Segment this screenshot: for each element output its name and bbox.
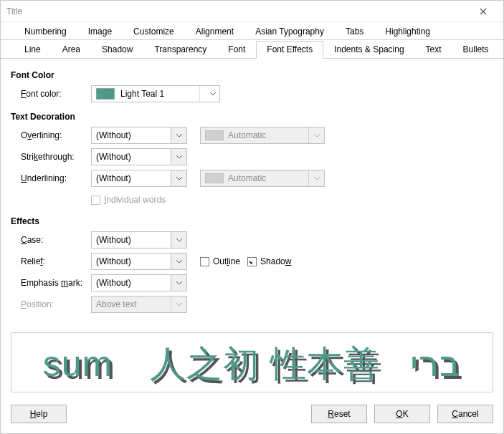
overlining-color-dropdown: Automatic [200,127,325,144]
close-icon[interactable] [469,1,498,22]
preview-text-rtl: ברי [410,343,461,385]
chevron-down-icon [171,254,186,269]
label-position: Position: [11,299,91,309]
chevron-down-icon [171,149,186,165]
tab-line[interactable]: Line [14,41,52,59]
tab-transparency[interactable]: Transparency [143,41,217,59]
underlining-dropdown[interactable]: (Without) [91,170,187,187]
tab-numbering[interactable]: Numbering [14,23,77,40]
font-color-value: Light Teal 1 [115,89,199,99]
label-emphasis: Emphasis mark: [11,278,91,288]
case-dropdown[interactable]: (Without) [91,231,187,249]
overlining-value: (Without) [92,130,171,140]
tab-image[interactable]: Image [77,23,123,40]
tab-customize[interactable]: Customize [123,23,185,40]
reset-button[interactable]: Reset [311,405,367,423]
tab-indents-spacing[interactable]: Indents & Spacing [323,41,414,59]
tab-font[interactable]: Font [217,41,256,59]
underlining-color-dropdown: Automatic [200,170,325,187]
tab-row-2: Line Area Shadow Transparency Font Font … [1,40,503,59]
titlebar: Title [1,1,503,22]
overlining-color-value: Automatic [224,130,308,140]
underlining-value: (Without) [92,173,171,183]
relief-value: (Without) [92,256,171,266]
tab-highlighting[interactable]: Highlighting [374,23,441,40]
preview-text-latin: sum [43,343,113,385]
color-swatch-disabled [205,130,224,140]
tab-font-effects[interactable]: Font Effects [256,41,323,59]
section-effects: Effects [11,216,493,226]
tab-row-1: Numbering Image Customize Alignment Asia… [1,22,503,40]
label-overlining: Overlining: [11,130,91,140]
chevron-down-icon [171,127,186,143]
emphasis-value: (Without) [92,278,171,288]
chevron-down-icon [206,86,219,102]
preview-panel: sum 人之初 性本善 ברי [11,332,493,392]
window-title: Title [6,6,469,16]
label-underlining: Underlining: [11,173,91,183]
label-font-color: Font color: [11,89,91,99]
ok-button[interactable]: OK [374,405,430,423]
tab-text[interactable]: Text [415,41,452,59]
emphasis-dropdown[interactable]: (Without) [91,274,187,291]
tab-bullets[interactable]: Bullets [452,41,500,59]
tab-area[interactable]: Area [52,41,91,59]
position-dropdown: Above text [91,296,187,313]
individual-words-checkbox: Individual words [91,195,166,205]
chevron-down-icon [171,232,186,248]
chevron-down-icon [171,275,186,291]
color-swatch-disabled [205,173,224,183]
cancel-button[interactable]: Cancel [437,405,493,423]
label-relief: Relief: [11,256,91,266]
label-strikethrough: Strikethrough: [11,152,91,162]
tab-alignment[interactable]: Alignment [185,23,244,40]
strikethrough-value: (Without) [92,152,171,162]
font-color-swatch [96,88,115,100]
section-text-decoration: Text Decoration [11,112,493,122]
section-font-color: Font Color [11,70,493,80]
chevron-down-icon [171,296,186,312]
chevron-down-icon [308,127,324,143]
tab-asian-typography[interactable]: Asian Typography [244,23,335,40]
shadow-checkbox[interactable]: Shadow [247,256,291,266]
checkbox-icon [91,196,100,205]
overlining-dropdown[interactable]: (Without) [91,127,187,144]
label-case: Case: [11,235,91,245]
underlining-color-value: Automatic [224,173,308,183]
shadow-label: Shadow [260,256,291,266]
outline-label: Outline [213,256,240,266]
strikethrough-dropdown[interactable]: (Without) [91,148,187,165]
chevron-down-icon [308,170,324,186]
tab-tabs[interactable]: Tabs [335,23,374,40]
tab-shadow[interactable]: Shadow [91,41,143,59]
case-value: (Without) [92,235,171,245]
checkbox-icon [247,257,257,266]
individual-words-label: Individual words [104,195,166,205]
help-button[interactable]: Help [11,405,67,423]
preview-text-cjk: 人之初 性本善 [150,340,380,388]
checkbox-icon [200,257,209,266]
button-bar: Help Reset OK Cancel [1,405,503,423]
position-value: Above text [92,299,171,309]
chevron-down-icon [171,170,186,186]
divider-icon [199,86,206,102]
relief-dropdown[interactable]: (Without) [91,253,187,270]
outline-checkbox[interactable]: Outline [200,256,240,266]
font-color-dropdown[interactable]: Light Teal 1 [91,85,220,102]
